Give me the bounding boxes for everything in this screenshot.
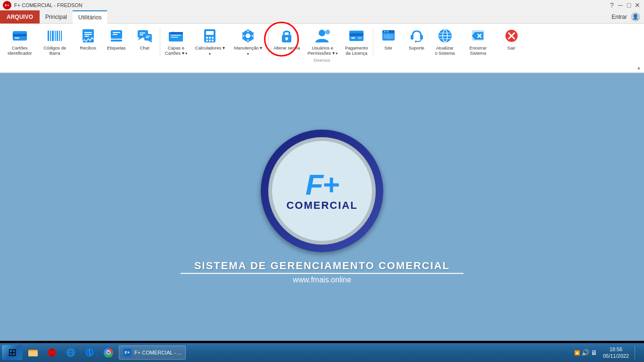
ribbon-manutencao[interactable]: Manutenção ▾ xyxy=(229,25,267,58)
suporte-icon xyxy=(408,27,425,44)
ribbon-atualizar-sistema[interactable]: Atualizaro Sistema xyxy=(431,25,459,58)
manutencao-icon xyxy=(239,27,256,44)
svg-rect-7 xyxy=(57,31,58,41)
capas-cartoes-icon xyxy=(167,27,184,44)
close-button[interactable]: ✕ xyxy=(634,1,641,9)
taskbar-ie[interactable] xyxy=(62,345,79,360)
clock-date: 05/11/2022 xyxy=(603,353,629,359)
svg-rect-15 xyxy=(111,40,122,41)
taskbar-opera[interactable] xyxy=(43,345,60,360)
app-logo-small: F+ xyxy=(3,1,11,9)
ribbon-alterar-senha[interactable]: Alterar senha xyxy=(270,25,304,52)
app-logo: F+ COMERCIAL xyxy=(261,130,383,252)
ribbon-codigos-barra[interactable]: Códigos de Barra xyxy=(36,25,74,58)
svg-rect-12 xyxy=(84,34,92,35)
sep-1 xyxy=(160,27,160,56)
svg-point-57 xyxy=(384,31,386,33)
cartoes-id-label: CartõesIdentificador xyxy=(8,45,32,56)
ribbon-sair[interactable]: Sair xyxy=(497,25,526,52)
menu-utilitarios[interactable]: Utilitários xyxy=(73,10,107,24)
title-bar: F+ F+ COMERCIAL - FREDSON ? ─ □ ✕ xyxy=(0,0,644,10)
ribbon-recibos[interactable]: Recibos xyxy=(74,25,102,52)
windows-icon: ⊞ xyxy=(8,346,17,359)
svg-point-62 xyxy=(415,41,417,42)
show-desktop-button[interactable] xyxy=(635,346,639,360)
recibos-icon xyxy=(80,27,97,44)
help-button[interactable]: ? xyxy=(608,1,616,9)
svg-rect-1 xyxy=(13,34,27,36)
svg-rect-51 xyxy=(349,33,363,36)
codigos-barra-label: Códigos de Barra xyxy=(40,45,70,56)
recibos-label: Recibos xyxy=(80,45,96,50)
ribbon-items: CartõesIdentificador Códigos de Barra xyxy=(4,25,640,58)
main-content: F+ COMERCIAL SISTEMA DE GERENCIAMENTO CO… xyxy=(0,73,644,341)
taskbar-explorer[interactable] xyxy=(25,345,41,360)
suporte-label: Suporte xyxy=(409,45,424,50)
svg-point-58 xyxy=(387,31,388,33)
entrar-button[interactable]: Entrar xyxy=(611,14,627,20)
svg-rect-27 xyxy=(171,35,181,36)
ribbon-capas-cartoes[interactable]: Capas eCartões ▾ xyxy=(161,25,191,58)
title-bar-title: F+ COMERCIAL - FREDSON xyxy=(14,2,83,8)
site-label: Site xyxy=(384,45,392,50)
svg-rect-9 xyxy=(61,31,62,41)
menu-arquivo[interactable]: ARQUIVO xyxy=(0,10,40,24)
app-btn-label: F+ COMERCIAL - ... xyxy=(134,350,182,355)
sair-label: Sair xyxy=(507,45,515,50)
capas-cartoes-label: Capas eCartões ▾ xyxy=(165,45,187,56)
svg-point-89 xyxy=(107,351,110,354)
svg-rect-8 xyxy=(59,31,60,41)
ribbon-pagamento-licenca[interactable]: Pagamentoda Licença xyxy=(341,25,372,58)
ribbon-site[interactable]: Site xyxy=(374,25,403,52)
tray-arrow[interactable]: 🔼 xyxy=(574,350,580,355)
ribbon-etiquetas[interactable]: Etiquetas xyxy=(102,25,131,52)
ribbon-usuarios-permissoes[interactable]: Usuários ePermissões ▾ xyxy=(304,25,341,58)
svg-rect-32 xyxy=(209,37,211,39)
logo-comercial-text: COMERCIAL xyxy=(286,199,357,212)
ribbon-suporte[interactable]: Suporte xyxy=(403,25,431,52)
svg-rect-3 xyxy=(48,31,49,41)
svg-rect-5 xyxy=(52,31,54,41)
alterar-senha-label: Alterar senha xyxy=(273,45,300,50)
ribbon-calculadores[interactable]: Calculadores ▾ xyxy=(191,25,229,58)
svg-rect-47 xyxy=(286,39,287,41)
svg-rect-31 xyxy=(206,37,208,39)
clock-time: 18:56 xyxy=(610,346,623,353)
pagamento-licenca-icon xyxy=(348,27,365,44)
ribbon-cartoes-id[interactable]: CartõesIdentificador xyxy=(4,25,36,58)
svg-rect-2 xyxy=(15,37,19,39)
svg-rect-17 xyxy=(113,34,117,35)
svg-rect-25 xyxy=(146,37,149,38)
start-button[interactable]: ⊞ xyxy=(2,345,23,360)
network-icon[interactable]: 🖥 xyxy=(591,349,597,356)
svg-rect-33 xyxy=(212,37,214,39)
ribbon-encerrar-sistema[interactable]: Encerrar Sistema xyxy=(459,25,497,58)
atualizar-sistema-label: Atualizaro Sistema xyxy=(435,45,454,56)
minimize-button[interactable]: ─ xyxy=(617,1,624,9)
user-avatar[interactable]: 👤 xyxy=(631,12,640,22)
etiquetas-label: Etiquetas xyxy=(107,45,126,50)
calculadores-icon xyxy=(201,27,218,44)
atualizar-sistema-icon xyxy=(437,27,454,44)
menu-bar: ARQUIVO Principal Utilitários Entrar 👤 xyxy=(0,10,644,24)
menu-principal[interactable]: Principal xyxy=(40,10,73,24)
svg-point-48 xyxy=(319,30,325,36)
site-icon xyxy=(380,27,397,44)
ribbon-collapse-button[interactable]: ▲ xyxy=(636,65,641,70)
cartoes-id-icon xyxy=(11,27,28,44)
taskbar-chrome[interactable] xyxy=(100,345,117,360)
maximize-button[interactable]: □ xyxy=(625,1,633,9)
svg-rect-23 xyxy=(140,34,143,35)
svg-rect-30 xyxy=(206,31,214,35)
ribbon-section-label: Diversos xyxy=(314,58,330,63)
volume-icon[interactable]: 🔊 xyxy=(581,349,589,356)
taskbar-app-button[interactable]: F+ F+ COMERCIAL - ... xyxy=(119,346,186,360)
ribbon: CartõesIdentificador Códigos de Barra xyxy=(0,24,644,73)
app-btn-icon: F+ xyxy=(123,348,132,357)
taskbar-firefox[interactable] xyxy=(81,345,98,360)
svg-rect-35 xyxy=(209,40,211,41)
svg-rect-24 xyxy=(146,36,150,37)
chat-label: Chat xyxy=(140,45,149,50)
taskbar-clock[interactable]: 18:56 05/11/2022 xyxy=(599,346,633,360)
ribbon-chat[interactable]: Chat xyxy=(131,25,159,52)
